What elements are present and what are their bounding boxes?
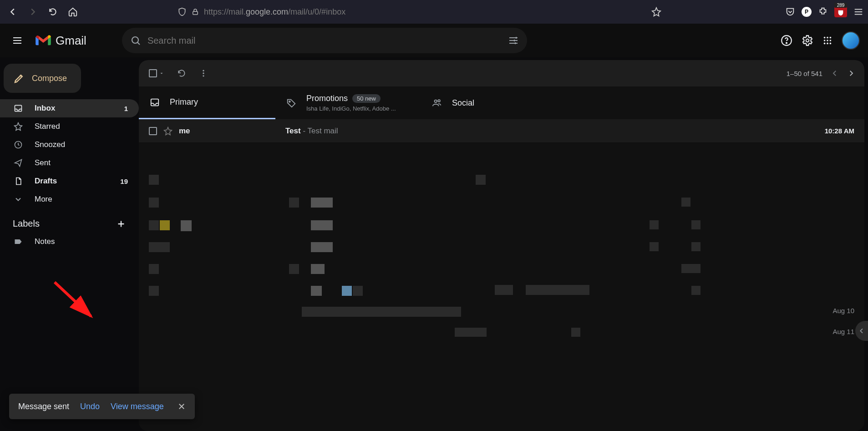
svg-point-22 [830,43,832,45]
sidebar-item-drafts[interactable]: Drafts 19 [0,172,139,190]
tab-promotions[interactable]: Promotions 50 new Isha Life, IndiGo, Net… [275,86,421,119]
account-avatar[interactable] [842,31,860,50]
mail-toolbar: 1–50 of 541 [139,60,864,86]
browser-home-button[interactable] [65,4,81,20]
content-area: 1–50 of 541 Primary Promotions 50 new [139,57,868,431]
inbox-tab-icon [150,97,160,107]
browser-right-controls: P 289 [785,6,863,17]
search-icon[interactable] [130,35,141,46]
page-prev-button[interactable] [831,69,839,77]
row-star-icon[interactable] [163,127,173,136]
svg-point-13 [806,39,809,42]
main-menu-button[interactable] [8,31,26,50]
svg-rect-1 [855,9,863,10]
svg-point-16 [830,37,832,39]
svg-rect-2 [855,11,863,12]
compose-label: Compose [32,74,67,83]
browser-reload-button[interactable] [45,4,61,20]
refresh-button[interactable] [177,69,186,78]
pocket-icon[interactable] [785,7,795,17]
add-label-button[interactable] [116,219,126,229]
more-actions-button[interactable] [199,69,208,78]
app-header: Gmail [0,24,868,57]
svg-rect-4 [13,37,21,38]
svg-rect-6 [13,43,21,44]
row-time: 10:28 AM [825,127,854,135]
sidebar-item-snoozed[interactable]: Snoozed [0,136,139,154]
tab-promotions-sub: Isha Life, IndiGo, Netflix, Adobe ... [306,105,396,112]
tag-icon [286,98,296,108]
sidebar-item-more[interactable]: More [0,190,139,208]
sidebar-item-starred[interactable]: Starred [0,117,139,136]
category-tabs: Primary Promotions 50 new Isha Life, Ind… [139,86,864,119]
extensions-icon[interactable] [818,7,828,17]
redacted-date-2: Aug 11 [832,328,854,335]
ublock-badge[interactable]: 289 [834,6,847,17]
gmail-wordmark: Gmail [56,34,86,48]
browser-menu-icon[interactable] [853,7,863,17]
view-message-link[interactable]: View message [111,402,164,411]
file-icon [14,177,23,186]
svg-point-27 [203,75,204,76]
labels-title: Labels [13,218,40,229]
page-next-button[interactable] [847,69,855,77]
svg-point-7 [132,37,138,43]
select-dropdown-icon[interactable] [159,71,164,76]
inbox-count: 1 [124,105,128,112]
toast-text: Message sent [18,402,69,411]
svg-rect-5 [13,40,21,41]
toast-close-button[interactable] [178,402,186,411]
browser-back-button[interactable] [5,4,21,20]
mail-row[interactable]: me Test - Test mail 10:28 AM [139,119,864,143]
tab-social[interactable]: Social [421,86,558,119]
sidebar-item-inbox[interactable]: Inbox 1 [0,99,139,117]
undo-link[interactable]: Undo [80,402,100,411]
search-bar[interactable] [122,28,527,53]
svg-point-20 [824,43,826,45]
clock-icon [14,140,23,149]
paging-text: 1–50 of 541 [787,70,822,77]
svg-point-30 [435,100,437,103]
svg-rect-0 [193,11,198,15]
help-icon[interactable] [781,35,792,46]
snoozed-label: Snoozed [35,140,65,149]
sidebar-item-sent[interactable]: Sent [0,154,139,172]
row-checkbox[interactable] [149,127,157,135]
bookmark-star-icon[interactable] [651,7,661,17]
svg-point-17 [824,40,826,41]
svg-point-18 [827,40,828,41]
message-sent-toast: Message sent Undo View message [9,394,195,419]
search-options-icon[interactable] [508,35,519,46]
sent-label: Sent [35,158,51,167]
label-notes[interactable]: Notes [0,233,139,251]
search-input[interactable] [147,35,502,46]
settings-icon[interactable] [802,35,813,46]
profile-p-icon[interactable]: P [802,7,812,17]
people-icon [432,98,442,108]
select-all-checkbox[interactable] [149,69,157,77]
lock-icon [191,8,199,16]
labels-header: Labels [0,208,139,233]
label-notes-text: Notes [35,237,55,246]
header-right [781,31,860,50]
inbox-icon [14,104,23,113]
svg-point-12 [786,42,787,43]
tab-primary[interactable]: Primary [139,86,275,119]
drafts-count: 19 [120,177,128,185]
svg-point-31 [438,100,440,102]
redacted-rows: Aug 10 Aug 11 [139,143,864,370]
more-label: More [35,195,52,204]
chevron-down-icon [14,195,23,204]
svg-point-25 [203,70,204,71]
compose-button[interactable]: Compose [4,64,81,93]
browser-forward-button[interactable] [25,4,41,20]
url-text: https://mail.google.com/mail/u/0/#inbox [204,7,345,17]
gmail-logo[interactable]: Gmail [35,34,86,48]
tab-promotions-badge: 50 new [352,94,381,103]
shield-icon [178,7,187,16]
gmail-m-icon [35,34,52,47]
url-bar[interactable]: https://mail.google.com/mail/u/0/#inbox [171,3,668,21]
apps-grid-icon[interactable] [822,35,832,46]
svg-point-19 [830,40,832,41]
row-subject: Test - Test mail [285,127,338,136]
